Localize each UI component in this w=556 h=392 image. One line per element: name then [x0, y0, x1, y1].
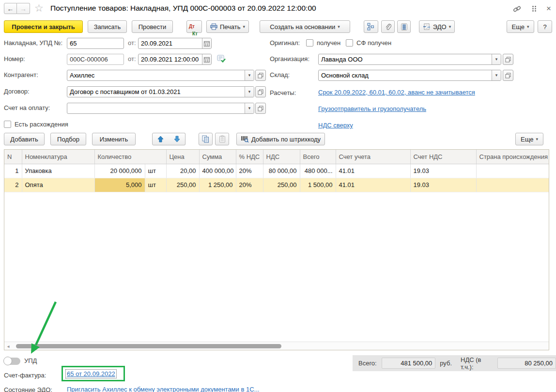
cell-country[interactable] [476, 178, 549, 192]
contractor-field[interactable]: Ахиллес ▾ [67, 70, 254, 81]
organization-field[interactable]: Лаванда ООО ▾ [318, 54, 501, 65]
warehouse-open-button[interactable] [503, 70, 513, 81]
payment-account-field[interactable]: ▾ [67, 103, 254, 114]
chevron-down-icon[interactable]: ▾ [245, 103, 254, 113]
pick-button[interactable]: Подбор [50, 133, 86, 145]
cell-n[interactable]: 2 [4, 178, 22, 192]
col-header-qty[interactable]: Количество [94, 150, 166, 164]
horizontal-scrollbar[interactable]: ◂ [4, 342, 549, 350]
number-date-field[interactable]: 20.09.2021 12:00:00 [138, 54, 212, 65]
col-header-sum[interactable]: Сумма [199, 150, 236, 164]
cell-vat[interactable]: 80 000,00 [263, 164, 300, 178]
reports-button[interactable] [397, 20, 411, 33]
table-row-selected[interactable]: 2 Опята 5,000 шт 250,00 1 250,00 20% 250… [4, 178, 549, 192]
col-header-vat-account[interactable]: Счет НДС [410, 150, 476, 164]
organization-open-button[interactable] [503, 54, 513, 65]
settlements-terms-link[interactable]: Срок 20.09.2022, 60.01, 60.02, аванс не … [318, 89, 475, 96]
cell-unit[interactable]: шт [145, 164, 166, 178]
move-row-up-button[interactable] [152, 133, 169, 145]
col-header-account[interactable]: Счет учета [336, 150, 410, 164]
more-button[interactable]: Еще ▾ [507, 20, 534, 33]
edo-invite-link[interactable]: Пригласить Ахиллес к обмену электронными… [67, 386, 259, 392]
post-and-close-button[interactable]: Провести и закрыть [4, 20, 83, 33]
cell-sum[interactable]: 1 250,00 [199, 178, 236, 192]
cell-total[interactable]: 480 000... [300, 164, 336, 178]
cell-item[interactable]: Упаковка [22, 164, 94, 178]
cell-price[interactable]: 20,00 [166, 164, 199, 178]
more-dots-icon[interactable] [529, 4, 540, 14]
cell-n[interactable]: 1 [4, 164, 22, 178]
table-row[interactable]: 1 Упаковка 20 000,000 шт 20,00 400 000,0… [4, 164, 549, 178]
attachments-button[interactable] [381, 20, 395, 33]
create-based-on-button[interactable]: Создать на основании ▾ [260, 20, 350, 33]
add-row-button[interactable]: Добавить [4, 133, 45, 145]
print-button[interactable]: Печать ▾ [206, 20, 249, 33]
contract-open-button[interactable] [255, 86, 266, 97]
edit-button[interactable]: Изменить [92, 133, 136, 145]
consignor-consignee-link[interactable]: Грузоотправитель и грузополучатель [318, 105, 426, 112]
col-header-price[interactable]: Цена [166, 150, 199, 164]
upd-toggle-knob[interactable] [3, 357, 12, 365]
copy-rows-button[interactable] [199, 133, 213, 145]
cell-vat-account[interactable]: 19.03 [410, 178, 476, 192]
contractor-open-button[interactable] [255, 70, 266, 81]
cell-vat-pct[interactable]: 20% [236, 178, 263, 192]
calendar-icon[interactable] [202, 54, 211, 64]
favorite-star-icon[interactable]: ☆ [34, 2, 44, 14]
invoice-date-field[interactable]: 20.09.2021 [138, 38, 212, 49]
forward-button[interactable]: → [17, 3, 30, 14]
move-row-down-button[interactable] [169, 133, 185, 145]
vat-on-top-link[interactable]: НДС сверху [318, 122, 353, 129]
add-by-barcode-button[interactable]: Добавить по штрихкоду [236, 133, 325, 145]
paste-rows-button[interactable] [215, 133, 229, 145]
chevron-down-icon[interactable]: ▾ [492, 54, 501, 64]
cell-vat-account[interactable]: 19.03 [410, 164, 476, 178]
cell-vat-pct[interactable]: 20% [236, 164, 263, 178]
sf-received-checkbox[interactable] [346, 39, 353, 47]
dt-kt-postings-button[interactable]: Дт Кт [186, 20, 202, 33]
back-button[interactable]: ← [4, 3, 17, 14]
warehouse-field[interactable]: Основной склад ▾ [318, 70, 501, 81]
scrollbar-thumb[interactable] [16, 344, 281, 348]
col-header-vat-pct[interactable]: % НДС [236, 150, 263, 164]
chevron-down-icon[interactable]: ▾ [492, 70, 501, 80]
calendar-icon[interactable] [202, 38, 211, 48]
col-header-item[interactable]: Номенклатура [22, 150, 94, 164]
table-more-button[interactable]: Еще ▾ [515, 133, 543, 145]
original-received-checkbox[interactable] [306, 39, 313, 47]
cell-account[interactable]: 41.01 [336, 178, 410, 192]
cell-total[interactable]: 1 500,00 [300, 178, 336, 192]
settlements-label: Расчеты: [270, 88, 296, 98]
payment-account-open-button[interactable] [255, 103, 266, 114]
col-header-country[interactable]: Страна происхождения [476, 150, 549, 164]
nav-history-group: ← → [4, 3, 30, 14]
related-documents-button[interactable] [364, 20, 378, 33]
get-link-icon[interactable] [511, 4, 522, 14]
scroll-left-icon[interactable]: ◂ [4, 344, 12, 349]
cell-sum[interactable]: 400 000,00 [199, 164, 236, 178]
col-header-vat[interactable]: НДС [263, 150, 300, 164]
edo-button[interactable]: ЭДО ▾ [419, 20, 455, 33]
post-button[interactable]: Провести [132, 20, 173, 33]
cell-item[interactable]: Опята [22, 178, 94, 192]
cell-price[interactable]: 250,00 [166, 178, 199, 192]
paperclip-icon [385, 23, 391, 31]
invoice-no-field[interactable]: 65 [67, 38, 124, 49]
cell-vat[interactable]: 250,00 [263, 178, 300, 192]
cell-country[interactable] [476, 164, 549, 178]
upd-toggle[interactable] [4, 358, 20, 365]
cell-unit[interactable]: шт [145, 178, 166, 192]
chevron-down-icon[interactable]: ▾ [245, 87, 254, 97]
cell-account[interactable]: 41.01 [336, 164, 410, 178]
cell-qty[interactable]: 20 000,000 [94, 164, 145, 178]
col-header-total[interactable]: Всего [300, 150, 336, 164]
col-header-n[interactable]: N [4, 150, 22, 164]
save-button[interactable]: Записать [88, 20, 127, 33]
contract-field[interactable]: Договор с поставщиком от 01.03.2021 ▾ [67, 86, 254, 97]
chevron-down-icon[interactable]: ▾ [245, 70, 254, 80]
print-label: Печать [220, 23, 241, 31]
cell-qty-focused[interactable]: 5,000 [94, 178, 145, 192]
close-icon[interactable]: × [543, 4, 554, 14]
discrepancies-checkbox[interactable] [4, 121, 11, 128]
help-button[interactable]: ? [538, 20, 552, 33]
